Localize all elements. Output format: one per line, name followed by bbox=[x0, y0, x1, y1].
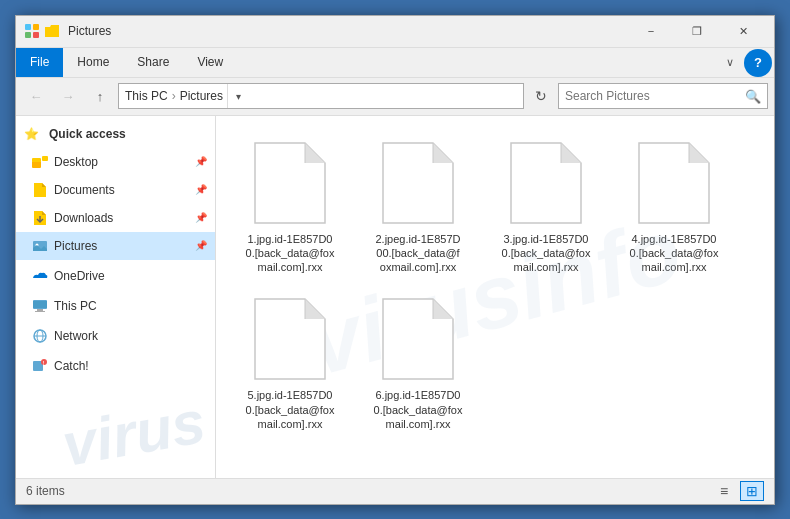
onedrive-icon bbox=[32, 268, 48, 284]
path-separator: › bbox=[172, 89, 176, 103]
explorer-window: Pictures − ❐ ✕ File Home Share View ∨ ? … bbox=[15, 15, 775, 505]
restore-button[interactable]: ❐ bbox=[674, 16, 720, 46]
window-controls: − ❐ ✕ bbox=[628, 16, 766, 46]
file-name-4: 4.jpg.id-1E857D00.[back_data@foxmail.com… bbox=[630, 232, 719, 275]
sidebar: ⭐ Quick access Desktop 📌 Documents 📌 bbox=[16, 116, 216, 478]
file-icon-5 bbox=[250, 294, 330, 384]
sidebar-section-onedrive: OneDrive bbox=[16, 262, 215, 290]
sidebar-item-downloads[interactable]: Downloads 📌 bbox=[16, 204, 215, 232]
downloads-icon bbox=[32, 210, 48, 226]
sidebar-item-catch[interactable]: ! Catch! bbox=[16, 352, 215, 380]
svg-rect-5 bbox=[32, 158, 41, 162]
file-icon-4 bbox=[634, 138, 714, 228]
file-item-6[interactable]: 6.jpg.id-1E857D00.[back_data@foxmail.com… bbox=[358, 286, 478, 435]
documents-label: Documents bbox=[54, 183, 115, 197]
star-icon: ⭐ bbox=[24, 127, 39, 141]
pictures-icon bbox=[32, 238, 48, 254]
file-name-2: 2.jpeg.id-1E857D00.[back_data@foxmail.co… bbox=[375, 232, 460, 275]
sidebar-item-documents[interactable]: Documents 📌 bbox=[16, 176, 215, 204]
pin-icon-documents: 📌 bbox=[195, 184, 207, 195]
address-path[interactable]: This PC › Pictures ▾ bbox=[118, 83, 524, 109]
item-count: 6 items bbox=[26, 484, 65, 498]
desktop-icon bbox=[32, 154, 48, 170]
sidebar-item-pictures[interactable]: Pictures 📌 bbox=[16, 232, 215, 260]
svg-rect-2 bbox=[25, 32, 31, 38]
file-icon-6 bbox=[378, 294, 458, 384]
file-item-5[interactable]: 5.jpg.id-1E857D00.[back_data@foxmail.com… bbox=[230, 286, 350, 435]
file-name-1: 1.jpg.id-1E857D00.[back_data@foxmail.com… bbox=[246, 232, 335, 275]
path-dropdown[interactable]: ▾ bbox=[227, 84, 249, 108]
downloads-label: Downloads bbox=[54, 211, 113, 225]
pin-icon-downloads: 📌 bbox=[195, 212, 207, 223]
minimize-button[interactable]: − bbox=[628, 16, 674, 46]
svg-rect-12 bbox=[37, 309, 43, 311]
quickaccess-label: Quick access bbox=[49, 127, 126, 141]
up-button[interactable]: ↑ bbox=[86, 83, 114, 109]
network-icon bbox=[32, 328, 48, 344]
pin-icon-desktop: 📌 bbox=[195, 156, 207, 167]
sidebar-section-catch: ! Catch! bbox=[16, 352, 215, 380]
forward-button[interactable]: → bbox=[54, 83, 82, 109]
folder-icon-titlebar bbox=[44, 23, 60, 39]
pictures-label: Pictures bbox=[54, 239, 97, 253]
svg-rect-4 bbox=[32, 161, 41, 168]
files-grid: 1.jpg.id-1E857D00.[back_data@foxmail.com… bbox=[226, 126, 764, 440]
file-item-3[interactable]: 3.jpg.id-1E857D00.[back_data@foxmail.com… bbox=[486, 130, 606, 279]
sidebar-item-network[interactable]: Network bbox=[16, 322, 215, 350]
sidebar-item-onedrive[interactable]: OneDrive bbox=[16, 262, 215, 290]
sidebar-section-quickaccess: ⭐ Quick access Desktop 📌 Documents 📌 bbox=[16, 120, 215, 260]
file-item-4[interactable]: 4.jpg.id-1E857D00.[back_data@foxmail.com… bbox=[614, 130, 734, 279]
view-controls: ≡ ⊞ bbox=[712, 481, 764, 501]
status-bar: 6 items ≡ ⊞ bbox=[16, 478, 774, 504]
list-view-button[interactable]: ≡ bbox=[712, 481, 736, 501]
close-button[interactable]: ✕ bbox=[720, 16, 766, 46]
window-title: Pictures bbox=[68, 24, 628, 38]
address-bar: ← → ↑ This PC › Pictures ▾ ↻ 🔍 bbox=[16, 78, 774, 116]
onedrive-label: OneDrive bbox=[54, 269, 105, 283]
svg-rect-3 bbox=[33, 32, 39, 38]
title-bar: Pictures − ❐ ✕ bbox=[16, 16, 774, 48]
file-name-5: 5.jpg.id-1E857D00.[back_data@foxmail.com… bbox=[246, 388, 335, 431]
path-pictures: Pictures bbox=[180, 89, 223, 103]
file-icon-3 bbox=[506, 138, 586, 228]
file-content: virusinfo 1.jpg.id-1E857D00.[back_data@f… bbox=[216, 116, 774, 478]
search-box: 🔍 bbox=[558, 83, 768, 109]
search-input[interactable] bbox=[565, 89, 745, 103]
svg-rect-6 bbox=[42, 156, 48, 161]
menu-bar: File Home Share View ∨ ? bbox=[16, 48, 774, 78]
app-icon bbox=[24, 23, 40, 39]
sidebar-quickaccess-header[interactable]: ⭐ Quick access bbox=[16, 120, 215, 148]
svg-rect-13 bbox=[35, 311, 45, 312]
menu-home[interactable]: Home bbox=[63, 48, 123, 77]
search-icon: 🔍 bbox=[745, 89, 761, 104]
sidebar-item-desktop[interactable]: Desktop 📌 bbox=[16, 148, 215, 176]
pin-icon-pictures: 📌 bbox=[195, 240, 207, 251]
menu-share[interactable]: Share bbox=[123, 48, 183, 77]
file-name-6: 6.jpg.id-1E857D00.[back_data@foxmail.com… bbox=[374, 388, 463, 431]
menu-view[interactable]: View bbox=[183, 48, 237, 77]
svg-rect-11 bbox=[33, 301, 47, 308]
catch-icon: ! bbox=[32, 358, 48, 374]
svg-rect-0 bbox=[25, 24, 31, 30]
help-button[interactable]: ? bbox=[744, 49, 772, 77]
thispc-icon bbox=[32, 298, 48, 314]
file-name-3: 3.jpg.id-1E857D00.[back_data@foxmail.com… bbox=[502, 232, 591, 275]
back-button[interactable]: ← bbox=[22, 83, 50, 109]
sidebar-section-thispc: This PC bbox=[16, 292, 215, 320]
sidebar-section-network: Network bbox=[16, 322, 215, 350]
network-label: Network bbox=[54, 329, 98, 343]
file-icon-2 bbox=[378, 138, 458, 228]
desktop-label: Desktop bbox=[54, 155, 98, 169]
file-item-1[interactable]: 1.jpg.id-1E857D00.[back_data@foxmail.com… bbox=[230, 130, 350, 279]
file-icon-1 bbox=[250, 138, 330, 228]
thispc-label: This PC bbox=[54, 299, 97, 313]
refresh-button[interactable]: ↻ bbox=[528, 83, 554, 109]
file-item-2[interactable]: 2.jpeg.id-1E857D00.[back_data@foxmail.co… bbox=[358, 130, 478, 279]
menu-file[interactable]: File bbox=[16, 48, 63, 77]
catch-label: Catch! bbox=[54, 359, 89, 373]
sidebar-item-thispc[interactable]: This PC bbox=[16, 292, 215, 320]
sidebar-watermark: virus bbox=[57, 387, 210, 478]
main-content: ⭐ Quick access Desktop 📌 Documents 📌 bbox=[16, 116, 774, 478]
menu-chevron[interactable]: ∨ bbox=[718, 48, 742, 77]
grid-view-button[interactable]: ⊞ bbox=[740, 481, 764, 501]
